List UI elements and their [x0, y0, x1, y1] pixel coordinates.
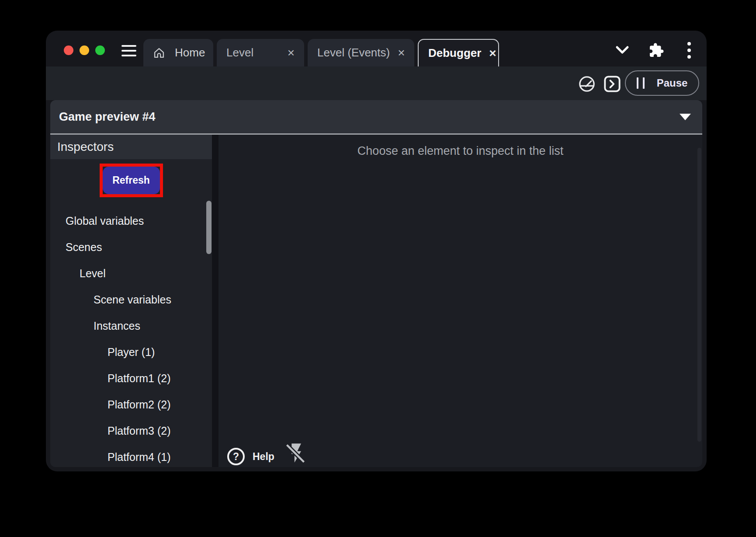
hamburger-menu-icon[interactable]: [121, 45, 136, 56]
sidebar-item-instances[interactable]: Instances: [50, 313, 212, 339]
empty-state-message: Choose an element to inspect in the list: [218, 144, 702, 158]
tab-label: Home: [175, 46, 205, 59]
sidebar-item-platform3-2[interactable]: Platform3 (2): [50, 418, 212, 444]
tab-debugger[interactable]: Debugger×: [418, 39, 499, 66]
panels: Inspectors Refresh Global variablesScene…: [50, 135, 702, 467]
debugger-toolbar: Pause: [46, 66, 707, 100]
pause-label: Pause: [657, 77, 688, 89]
inspectors-list: Global variablesScenesLevelScene variabl…: [50, 208, 212, 467]
profiler-gauge-icon[interactable]: [577, 75, 596, 93]
panel-divider: [212, 135, 218, 467]
sidebar-scrollbar-thumb[interactable]: [206, 201, 212, 254]
console-icon[interactable]: [603, 75, 622, 93]
dropdown-arrow-icon: [680, 114, 691, 120]
sidebar-item-scene-variables[interactable]: Scene variables: [50, 286, 212, 313]
home-icon: [153, 47, 165, 59]
sidebar-item-scenes[interactable]: Scenes: [50, 234, 212, 260]
tab-label: Debugger: [428, 46, 481, 60]
sidebar-item-level[interactable]: Level: [50, 260, 212, 286]
kebab-menu-icon[interactable]: [680, 40, 699, 60]
tab-close-icon[interactable]: ×: [481, 47, 496, 59]
tab-strip: HomeLevel×Level (Events)×Debugger×: [143, 39, 503, 66]
flash-off-icon[interactable]: [284, 442, 307, 464]
sidebar-item-global-variables[interactable]: Global variables: [50, 208, 212, 234]
pause-button[interactable]: Pause: [625, 70, 699, 96]
sidebar-item-platform1-2[interactable]: Platform1 (2): [50, 365, 212, 391]
main-scrollbar-thumb[interactable]: [697, 148, 701, 442]
traffic-light-zoom[interactable]: [95, 45, 105, 55]
inspector-detail-panel: Choose an element to inspect in the list…: [218, 135, 702, 467]
chevron-down-icon[interactable]: [611, 42, 633, 59]
tab-bar: HomeLevel×Level (Events)×Debugger×: [46, 31, 707, 66]
preview-selector-label: Game preview #4: [59, 110, 156, 124]
sidebar-item-platform4-1[interactable]: Platform4 (1): [50, 444, 212, 467]
tab-close-icon[interactable]: ×: [390, 47, 405, 59]
help-icon: ?: [227, 448, 245, 465]
debugger-content: Game preview #4 Inspectors Refresh Globa…: [50, 100, 702, 467]
inspectors-header: Inspectors: [50, 135, 212, 159]
inspectors-sidebar: Inspectors Refresh Global variablesScene…: [50, 135, 212, 467]
traffic-light-close[interactable]: [64, 45, 73, 55]
traffic-lights: [64, 45, 105, 55]
help-button[interactable]: ? Help: [227, 448, 274, 465]
tab-level-events[interactable]: Level (Events)×: [308, 39, 414, 66]
refresh-highlight-box: Refresh: [100, 164, 163, 197]
help-label: Help: [253, 451, 274, 463]
pause-icon: [637, 77, 645, 89]
sidebar-item-player-1[interactable]: Player (1): [50, 339, 212, 365]
app-window: HomeLevel×Level (Events)×Debugger×: [46, 31, 707, 471]
preview-selector[interactable]: Game preview #4: [50, 100, 702, 135]
tab-level[interactable]: Level×: [217, 39, 304, 66]
tab-close-icon[interactable]: ×: [280, 47, 295, 59]
tab-label: Level: [226, 46, 253, 59]
tab-label: Level (Events): [317, 46, 390, 59]
tab-home[interactable]: Home: [143, 39, 213, 66]
traffic-light-minimize[interactable]: [80, 45, 89, 55]
sidebar-item-platform2-2[interactable]: Platform2 (2): [50, 391, 212, 418]
extensions-puzzle-icon[interactable]: [645, 42, 667, 59]
refresh-button[interactable]: Refresh: [103, 167, 160, 194]
